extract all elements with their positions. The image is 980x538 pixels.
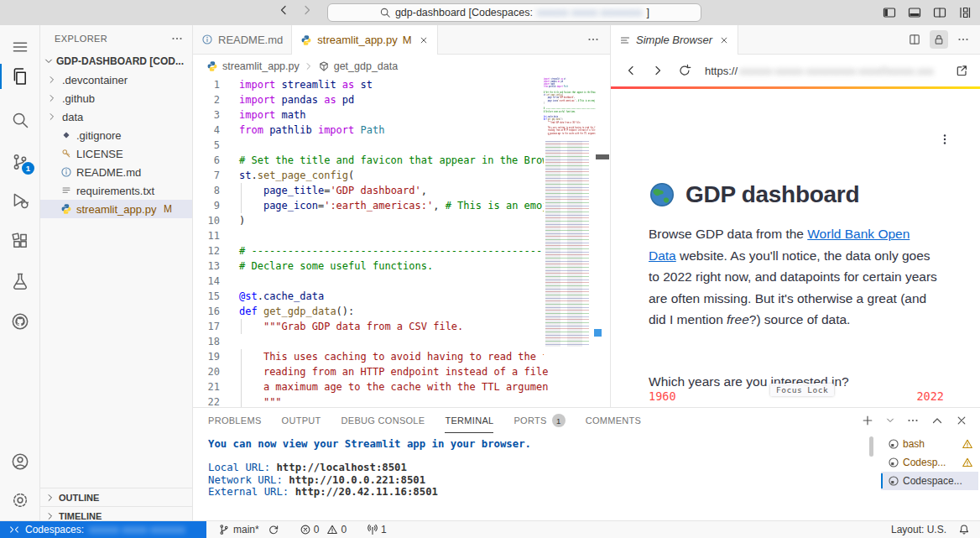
activity-run-debug-icon[interactable] xyxy=(0,186,39,215)
terminal-output[interactable]: You can now view your Streamlit app in y… xyxy=(208,438,531,498)
code-line[interactable]: 4from pathlib import Path xyxy=(193,123,596,138)
code-line[interactable]: 20 reading from an HTTP endpoint instead… xyxy=(193,364,596,379)
panel-tab-debug-console[interactable]: DEBUG CONSOLE xyxy=(341,408,425,433)
explorer-item-license[interactable]: LICENSE xyxy=(40,144,192,163)
session-label: Codesp... xyxy=(903,457,946,468)
maximize-panel-icon[interactable] xyxy=(930,414,944,427)
terminal-scrollbar[interactable] xyxy=(869,436,873,457)
code-line[interactable]: 19 This uses caching to avoid having to … xyxy=(193,349,596,364)
code-line[interactable]: 1import streamlit as st xyxy=(193,77,596,92)
code-line[interactable]: 8 page_title='GDP dashboard', xyxy=(193,183,596,198)
breadcrumb-file[interactable]: streamlit_app.py xyxy=(222,60,300,72)
activity-testing-icon[interactable] xyxy=(0,267,39,295)
close-panel-icon[interactable] xyxy=(955,414,968,427)
notifications-bell-icon[interactable] xyxy=(958,524,970,535)
url-bar[interactable]: https:// xxxxxx-xxxxx-xxxxxxxxx-xxxx0xxx… xyxy=(705,65,941,77)
code-line[interactable]: 6# Set the title and favicon that appear… xyxy=(193,153,596,168)
branch-status[interactable]: main* xyxy=(218,524,279,535)
layout-sidebar-right-icon[interactable] xyxy=(933,6,946,19)
code-line[interactable]: 12# ------------------------------------… xyxy=(193,243,596,259)
minimap[interactable]: import streamlit as stimport pandas as p… xyxy=(544,77,596,363)
terminal-session-codesp-[interactable]: Codesp... xyxy=(881,453,978,472)
history-forward-icon[interactable] xyxy=(300,3,314,17)
code-line[interactable]: 13# Declare some useful functions. xyxy=(193,259,596,274)
code-line[interactable]: 15@st.cache_data xyxy=(193,289,596,304)
terminal-session-icon xyxy=(888,475,899,487)
code-line[interactable]: 10) xyxy=(193,213,596,228)
keyboard-layout[interactable]: Layout: U.S. xyxy=(891,524,946,535)
open-external-icon[interactable] xyxy=(955,64,968,77)
terminal-session-bash[interactable]: bash xyxy=(881,435,978,453)
code-line[interactable]: 18 xyxy=(193,334,596,349)
code-line[interactable]: 11 xyxy=(193,228,596,243)
panel-more-actions-icon[interactable] xyxy=(906,414,920,427)
breadcrumb[interactable]: streamlit_app.py get_gdp_data xyxy=(193,55,610,77)
panel-tab-terminal[interactable]: TERMINAL xyxy=(445,408,493,433)
lock-icon[interactable] xyxy=(930,30,948,49)
activity-account-icon[interactable] xyxy=(0,447,39,476)
new-terminal-icon[interactable] xyxy=(861,414,874,427)
code-line[interactable]: 16def get_gdp_data(): xyxy=(193,304,596,319)
layout-sidebar-left-icon[interactable] xyxy=(883,6,896,19)
terminal-dropdown-icon[interactable] xyxy=(885,414,895,427)
command-center-search[interactable]: gdp-dashboard [Codespaces: xxxxxx xxxxx … xyxy=(327,3,701,22)
code-line[interactable]: 3import math xyxy=(193,107,596,123)
browser-more-actions-icon[interactable] xyxy=(957,33,970,46)
panel-tab-output[interactable]: OUTPUT xyxy=(282,408,321,433)
problems-status[interactable]: 0 0 xyxy=(300,524,347,535)
python-icon xyxy=(60,203,72,215)
code-line[interactable]: 7st.set_page_config( xyxy=(193,168,596,183)
browser-forward-icon[interactable] xyxy=(651,64,665,77)
remote-indicator[interactable]: Codespaces: xxxxxx xxxxx xxxxxxx xyxy=(0,521,206,538)
panel-tab-problems[interactable]: PROBLEMS xyxy=(208,408,262,433)
sidebar-section-outline[interactable]: OUTLINE xyxy=(40,488,192,506)
terminal-session-codespace-[interactable]: Codespace... xyxy=(881,472,978,490)
browser-back-icon[interactable] xyxy=(624,64,638,77)
code-editor[interactable]: 1import streamlit as st2import pandas as… xyxy=(193,77,596,407)
layout-customize-icon[interactable] xyxy=(958,6,972,19)
explorer-item--devcontainer[interactable]: .devcontainer xyxy=(40,71,192,89)
line-text xyxy=(220,228,245,243)
code-line[interactable]: 21 a maximum age to the cache with the T… xyxy=(193,379,596,394)
panel-tab-ports[interactable]: PORTS1 xyxy=(513,408,565,433)
panel-tab-comments[interactable]: COMMENTS xyxy=(586,408,642,433)
activity-files-icon[interactable] xyxy=(0,62,39,91)
explorer-item-requirements-txt[interactable]: requirements.txt xyxy=(40,181,192,200)
close-icon[interactable] xyxy=(419,35,429,45)
code-line[interactable]: 5 xyxy=(193,138,596,153)
explorer-item--github[interactable]: .github xyxy=(40,89,192,107)
activity-extensions-icon[interactable] xyxy=(0,227,39,255)
tab-simple-browser[interactable]: Simple Browser xyxy=(611,25,738,55)
explorer-item-data[interactable]: data xyxy=(40,107,192,126)
browser-reload-icon[interactable] xyxy=(678,64,691,77)
explorer-item-readme-md[interactable]: README.md xyxy=(40,163,192,181)
explorer-item-streamlit-app-py[interactable]: streamlit_app.pyM xyxy=(40,200,192,218)
code-line[interactable]: 9 page_icon=':earth_americas:', # This i… xyxy=(193,198,596,213)
history-back-icon[interactable] xyxy=(277,3,290,17)
line-number: 7 xyxy=(193,168,220,183)
breadcrumb-symbol[interactable]: get_gdp_data xyxy=(334,60,398,72)
close-icon[interactable] xyxy=(719,35,729,45)
editor-more-actions-icon[interactable] xyxy=(586,33,600,46)
split-editor-icon[interactable] xyxy=(908,33,921,46)
ports-status[interactable]: 1 xyxy=(367,524,387,535)
line-text xyxy=(220,334,245,349)
sync-icon[interactable] xyxy=(268,524,279,535)
tab-readme[interactable]: README.md xyxy=(193,25,292,54)
activity-search-icon[interactable] xyxy=(0,106,39,134)
code-line[interactable]: 2import pandas as pd xyxy=(193,92,596,107)
explorer-more-actions-icon[interactable] xyxy=(170,32,184,45)
code-line[interactable]: 22 """ xyxy=(193,394,596,407)
layout-panel-icon[interactable] xyxy=(908,6,921,19)
code-line[interactable]: 14 xyxy=(193,274,596,289)
tab-streamlit-app[interactable]: streamlit_app.py M xyxy=(292,25,437,55)
code-line[interactable]: 17 """Grab GDP data from a CSV file. xyxy=(193,319,596,334)
streamlit-menu-icon[interactable] xyxy=(938,133,951,146)
activity-github-icon[interactable] xyxy=(0,307,39,336)
year-range-slider[interactable]: 1960 2022 xyxy=(649,389,944,403)
activity-settings-icon[interactable] xyxy=(0,486,39,514)
explorer-root-folder[interactable]: GDP-DASHBOARD [COD... xyxy=(40,52,192,71)
activity-source-control-icon[interactable]: 1 xyxy=(0,148,39,176)
activity-menu-icon[interactable] xyxy=(0,33,39,61)
explorer-item--gitignore[interactable]: .gitignore xyxy=(40,126,192,144)
